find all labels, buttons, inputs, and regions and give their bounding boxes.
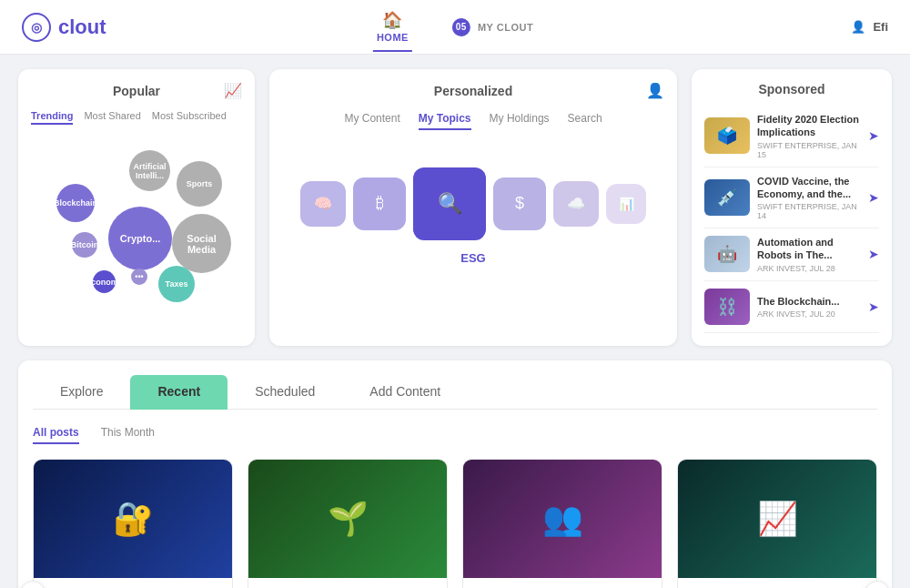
thumb-img: 💉: [704, 179, 750, 216]
sub-tab-bar: All posts This Month: [33, 422, 877, 444]
sponsored-thumb: 💉: [704, 179, 750, 216]
bubble-artificial-intelli...[interactable]: Artificial Intelli...: [129, 150, 170, 191]
bubble-social-media[interactable]: Social Media: [172, 214, 231, 273]
card-image: 🌱: [248, 460, 447, 578]
tab-most-shared[interactable]: Most Shared: [84, 108, 140, 125]
personalized-header: Personalized 👤: [282, 82, 664, 99]
card-image: 🔐: [34, 460, 232, 578]
popular-panel: Popular 📈 Trending Most Shared Most Subs…: [18, 69, 255, 346]
user-name: Efi: [873, 20, 888, 34]
sponsored-arrow-icon[interactable]: ➤: [868, 299, 879, 314]
card-body: GROWTH TECHCRUNCH, FEB 12 Berlin's Remag…: [463, 578, 662, 588]
sub-tab-this-month[interactable]: This Month: [101, 422, 155, 444]
sponsored-title: Sponsored: [704, 82, 879, 96]
sponsored-list: 🗳️ Fidelity 2020 Election Implications S…: [704, 106, 879, 333]
tab-explore[interactable]: Explore: [33, 375, 130, 410]
sponsored-item-meta: ARK INVEST, JUL 28: [757, 264, 861, 273]
nav-home[interactable]: 🏠 HOME: [373, 3, 412, 52]
content-tab-bar: Explore Recent Scheduled Add Content: [33, 375, 877, 410]
pers-card-5: ☁️: [553, 181, 599, 227]
bubble-taxes[interactable]: Taxes: [158, 266, 195, 302]
popular-header: Popular 📈: [31, 82, 242, 99]
personalized-tabs: My Content My Topics My Holdings Search: [282, 108, 664, 130]
card-image: 👥: [463, 460, 662, 578]
sponsored-item-title: Fidelity 2020 Election Implications: [757, 113, 861, 139]
logo[interactable]: ◎ clout: [22, 13, 106, 42]
top-section: Popular 📈 Trending Most Shared Most Subs…: [0, 55, 910, 360]
tab-add-content[interactable]: Add Content: [342, 375, 468, 410]
bubble-•••[interactable]: •••: [131, 269, 147, 285]
sponsored-arrow-icon[interactable]: ➤: [868, 247, 879, 261]
bottom-section: Explore Recent Scheduled Add Content All…: [18, 360, 892, 588]
esg-cards: 🧠 ₿ 🔍 $ ☁️ 📊: [300, 167, 646, 240]
user-area[interactable]: 👤 Efi: [851, 20, 888, 34]
sponsored-thumb: 🤖: [704, 236, 750, 272]
nav-myclout[interactable]: 05 MY CLOUT: [449, 11, 537, 44]
sponsored-item[interactable]: 🤖 Automation and Robots in The... ARK IN…: [704, 228, 879, 281]
sponsored-item[interactable]: 🗳️ Fidelity 2020 Election Implications S…: [704, 106, 879, 167]
popular-title: Popular: [49, 84, 224, 98]
sponsored-header: Sponsored: [704, 82, 879, 96]
sponsored-item[interactable]: ⛓️ The Blockchain... ARK INVEST, JUL 20 …: [704, 281, 879, 333]
tab-scheduled[interactable]: Scheduled: [228, 375, 342, 410]
sponsored-panel: Sponsored 🗳️ Fidelity 2020 Election Impl…: [692, 69, 892, 346]
sponsored-item-meta: SWIFT ENTERPRISE, JAN 14: [757, 202, 861, 220]
pers-card-4: $: [493, 177, 546, 230]
header: ◎ clout 🏠 HOME 05 MY CLOUT 👤 Efi: [0, 0, 910, 55]
cards-wrapper: ‹ 🔐 INFORMATION TECHNOLOGY COINTELEGRAPH…: [33, 459, 877, 588]
tab-trending[interactable]: Trending: [31, 108, 73, 125]
logo-text: clout: [58, 15, 106, 39]
tab-search[interactable]: Search: [568, 108, 602, 130]
sponsored-thumb: 🗳️: [704, 117, 750, 154]
sub-tab-all-posts[interactable]: All posts: [33, 422, 79, 444]
card-body: SOCIAL TECHCRUNCH, FEB 13 Robinhood's pa…: [678, 578, 876, 588]
tab-recent[interactable]: Recent: [130, 375, 228, 410]
sponsored-item-title: The Blockchain...: [757, 295, 861, 308]
thumb-img: 🗳️: [704, 117, 750, 154]
tab-my-holdings[interactable]: My Holdings: [490, 108, 550, 130]
personalized-content: 🧠 ₿ 🔍 $ ☁️ 📊 ESG: [282, 143, 664, 289]
content-cards: 🔐 INFORMATION TECHNOLOGY COINTELEGRAPH, …: [33, 459, 877, 588]
bubble-sports[interactable]: Sports: [177, 161, 222, 207]
card-body: ESG TECHCRUNCH, FEB 15 European VC funds…: [248, 578, 447, 588]
myclout-badge: 05: [452, 18, 470, 36]
personalized-title: Personalized: [300, 84, 646, 98]
sponsored-item-meta: ARK INVEST, JUL 20: [757, 309, 861, 319]
card-image: 📈: [678, 460, 876, 578]
pers-card-1: 🧠: [300, 181, 346, 227]
card-body: INFORMATION TECHNOLOGY COINTELEGRAPH, FE…: [34, 578, 232, 588]
user-icon: 👤: [851, 20, 865, 34]
popular-tabs: Trending Most Shared Most Subscribed: [31, 108, 242, 125]
pers-card-6: 📊: [606, 184, 646, 224]
esg-label: ESG: [460, 251, 485, 265]
tab-most-subscribed[interactable]: Most Subscribed: [152, 108, 227, 125]
content-card[interactable]: 👥 GROWTH TECHCRUNCH, FEB 12 Berlin's Rem…: [462, 459, 662, 588]
main-nav: 🏠 HOME 05 MY CLOUT: [373, 3, 537, 52]
thumb-img: 🤖: [704, 236, 750, 272]
bubble-economy[interactable]: Economy: [93, 270, 116, 293]
bubble-blockchain[interactable]: Blockchain: [56, 184, 95, 222]
sponsored-arrow-icon[interactable]: ➤: [868, 190, 879, 205]
content-card[interactable]: 🔐 INFORMATION TECHNOLOGY COINTELEGRAPH, …: [33, 459, 233, 588]
pers-card-main: 🔍: [413, 167, 486, 240]
tab-my-content[interactable]: My Content: [344, 108, 399, 130]
content-card[interactable]: 🌱 ESG TECHCRUNCH, FEB 15 European VC fun…: [248, 459, 448, 588]
trending-icon[interactable]: 📈: [224, 82, 242, 99]
bubble-crypto...[interactable]: Crypto...: [108, 207, 172, 270]
tab-my-topics[interactable]: My Topics: [419, 108, 471, 130]
sponsored-arrow-icon[interactable]: ➤: [868, 128, 879, 143]
sponsored-item-title: COVID Vaccine, the Economy, and the...: [757, 175, 861, 201]
bubble-bitcoin[interactable]: Bitcoin: [72, 232, 97, 258]
bubble-chart: Crypto...Social MediaSportsArtificial In…: [31, 134, 242, 289]
thumb-img: ⛓️: [704, 289, 750, 325]
sponsored-item-title: Automation and Robots in The...: [757, 236, 861, 262]
content-card[interactable]: 📈 SOCIAL TECHCRUNCH, FEB 13 Robinhood's …: [677, 459, 877, 588]
logo-icon: ◎: [22, 13, 51, 42]
personalized-panel: Personalized 👤 My Content My Topics My H…: [269, 69, 677, 346]
sponsored-thumb: ⛓️: [704, 289, 750, 325]
pers-card-2: ₿: [353, 177, 406, 230]
user-panel-icon[interactable]: 👤: [646, 82, 664, 99]
home-icon: 🏠: [382, 10, 403, 30]
sponsored-item[interactable]: 💉 COVID Vaccine, the Economy, and the...…: [704, 167, 879, 229]
sponsored-item-meta: SWIFT ENTERPRISE, JAN 15: [757, 141, 861, 159]
